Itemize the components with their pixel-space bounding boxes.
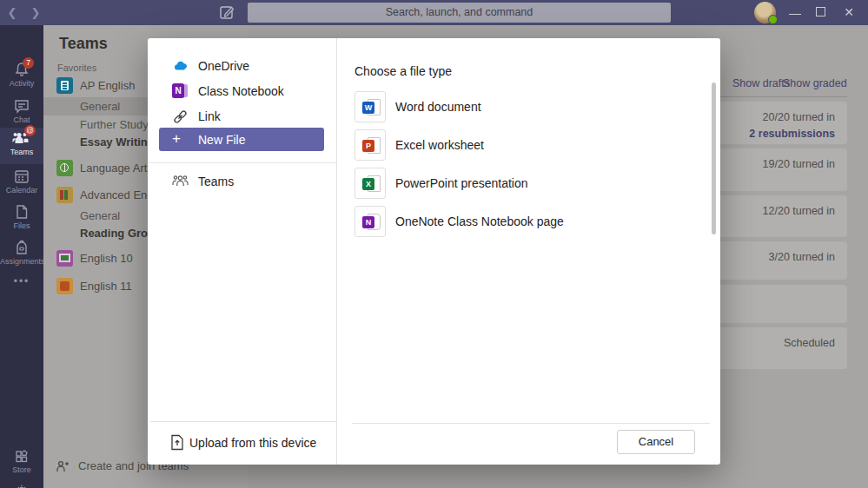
team-icon-language-arts [56,160,73,176]
left-footer-divider [150,421,336,422]
rail-item-activity[interactable]: Activity 7 [0,59,43,96]
minimize-button[interactable] [789,7,801,15]
rail-item-chat[interactable]: Chat [0,96,43,132]
rail-item-teams[interactable]: Teams @ [0,128,43,164]
search-input[interactable]: Search, launch, and command [248,3,671,23]
onenote-page-icon: N [354,206,386,237]
rail-item-assignments[interactable]: Assignments [0,237,43,274]
favorites-label: Favorites [57,63,96,73]
back-button[interactable]: ❮ [4,5,20,21]
rail-more-icon[interactable]: ••• [0,275,43,287]
onedrive-icon [172,58,189,75]
dialog-scrollbar[interactable] [712,82,716,234]
file-type-word[interactable]: W Word document [354,91,702,122]
rail-item-calendar[interactable]: Calendar [0,166,43,202]
compose-icon[interactable] [218,3,236,22]
teams-badge: @ [24,125,36,136]
menu-item-teams[interactable]: Teams [148,169,336,195]
team-icon-english-11 [56,278,73,294]
dialog-title: Choose a file type [354,64,452,78]
rail-item-feedback[interactable]: Feedback [0,481,43,488]
menu-item-onedrive[interactable]: OneDrive [148,54,336,79]
maximize-button[interactable] [816,7,825,16]
menu-divider [148,162,336,163]
dialog-panel-divider [336,38,337,465]
class-notebook-icon: N [172,83,189,100]
team-icon-advanced-english [56,187,73,203]
team-icon-english-10 [56,250,73,267]
rail-item-store[interactable]: Store [0,445,43,482]
plus-icon: + [172,130,181,148]
activity-badge: 7 [23,57,34,69]
file-type-excel[interactable]: P Excel worksheet [354,129,702,161]
status-available-icon [768,15,778,24]
search-placeholder: Search, launch, and command [248,3,671,23]
close-button[interactable]: ✕ [842,7,856,18]
resubmissions-link[interactable]: 2 resubmissions [749,128,835,140]
menu-item-link[interactable]: Link [148,104,336,129]
powerpoint-presentation-icon: X [354,168,386,199]
forward-button[interactable]: ❯ [28,5,43,21]
show-drafts-link[interactable]: Show drafts [732,77,790,89]
team-icon-ap-english [56,77,73,94]
upload-icon [170,434,184,451]
teams-people-icon [172,174,189,190]
link-icon [172,109,189,125]
file-type-powerpoint[interactable]: X PowerPoint presentation [354,168,702,199]
rail-item-files[interactable]: Files [0,201,43,238]
file-type-onenote[interactable]: N OneNote Class Notebook page [354,206,702,237]
menu-item-class-notebook[interactable]: N Class Notebook [148,79,336,104]
word-document-icon: W [354,91,386,122]
app-rail: Activity 7 Chat Teams @ Calendar Files A… [0,25,43,488]
cancel-button[interactable]: Cancel [617,430,695,454]
excel-worksheet-icon: P [354,129,386,161]
show-graded-link[interactable]: Show graded [783,77,847,89]
top-bar: ❮ ❯ Search, launch, and command ✕ [0,0,868,25]
right-footer-divider [352,423,710,424]
sidebar-title: Teams [59,35,108,53]
menu-item-new-file[interactable]: + New File [159,128,324,151]
